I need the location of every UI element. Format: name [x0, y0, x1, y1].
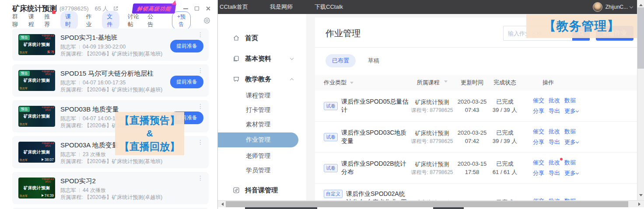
more-menu-icon[interactable]	[197, 139, 203, 146]
status: 已完成	[489, 129, 521, 137]
action-export[interactable]: 导出	[549, 138, 564, 146]
action-review[interactable]: 批改	[549, 97, 564, 104]
action-review[interactable]: 批改	[549, 128, 564, 136]
action-urge[interactable]: 催交	[533, 97, 549, 104]
maximize-icon[interactable]	[195, 7, 199, 10]
tab-homework[interactable]: 作业	[86, 13, 94, 28]
sidebar-item-home[interactable]: 首页	[233, 33, 306, 43]
lesson-card-2[interactable]: 预告 中国地质大学(武汉) 矿床统计预测 陈志军 SPOD15 马尔可夫链分析地…	[12, 64, 209, 97]
update-date: 2020-03-15	[455, 160, 489, 168]
more-menu-icon[interactable]	[197, 67, 203, 74]
sidebar-item-basic-info[interactable]: 基本资料	[233, 54, 306, 63]
video-duration: 74:39	[45, 193, 54, 198]
lesson-title[interactable]: SPOD实习1-基地班	[60, 34, 162, 42]
update-date: 2020-03-25	[455, 98, 489, 106]
lesson-thumbnail[interactable]: 预告 中国地质大学(武汉) 矿床统计预测 陈志军 实 习	[18, 34, 55, 55]
add-preview-button[interactable]: +预告	[172, 11, 191, 30]
action-export[interactable]: 导出	[549, 169, 564, 177]
sidebar-item-douyin[interactable]: 抖音课管理	[233, 185, 306, 195]
lesson-card-5[interactable]: 中国地质大学(武汉) 矿床统计预测 陈志军 74:39 SPOD实习2 陈志军4…	[12, 172, 209, 204]
action-more[interactable]: 更多	[564, 169, 580, 177]
action-review[interactable]: 批改	[549, 159, 564, 167]
header-homework-type: 作业类型	[324, 79, 346, 87]
scrollbar-thumb[interactable]	[226, 201, 628, 207]
action-urge[interactable]: 催交	[533, 159, 549, 167]
tab-draft[interactable]: 草稿	[368, 57, 379, 65]
sidebar-item-homework-mgmt[interactable]: 作业管理	[218, 132, 298, 147]
play-count: 23 次播放	[83, 151, 106, 157]
sidebar-item-teacher-mgmt[interactable]: 老师管理	[246, 152, 306, 160]
lesson-teacher: 陈志军	[60, 115, 76, 122]
thumbnail-title: 矿床统计预测	[24, 78, 50, 84]
tab-files[interactable]: 文件	[102, 11, 119, 30]
action-share[interactable]: 分享	[533, 138, 549, 146]
document-icon	[233, 55, 240, 62]
nav-cctalk-home[interactable]: CCtalk首页	[220, 3, 248, 11]
homework-name[interactable]: 课后作业SPOD03C地质变量	[341, 129, 409, 145]
gear-icon[interactable]	[203, 17, 210, 24]
video-duration: 38:07	[45, 157, 54, 162]
tab-courses[interactable]: 课程	[28, 13, 36, 28]
tab-assigned[interactable]: 已布置	[326, 54, 356, 67]
filter-icon[interactable]	[444, 80, 448, 84]
sidebar-item-course-mgmt[interactable]: 课程管理	[246, 91, 306, 100]
prepare-button[interactable]: 提前准备	[170, 76, 203, 88]
course-name: 矿床统计预测	[409, 129, 455, 137]
lesson-time: 04-09 19:30-22:00	[83, 44, 126, 50]
more-menu-icon[interactable]	[197, 103, 203, 110]
scroll-up-arrow[interactable]	[639, 2, 643, 6]
tab-forum[interactable]: 讨论帖	[128, 13, 139, 28]
nav-teacher[interactable]: 我是网师	[270, 3, 293, 11]
lesson-thumbnail[interactable]: 中国地质大学(武汉) 矿床统计预测 陈志军 74:39	[18, 178, 55, 199]
action-share[interactable]: 分享	[533, 107, 549, 115]
lesson-thumbnail[interactable]: 中国地质大学(武汉) 矿床统计预测 陈志军 38:07	[18, 142, 55, 163]
sidebar-item-teaching[interactable]: 教学教务	[233, 74, 306, 84]
chevron-down-icon	[576, 109, 579, 112]
sidebar-item-checkin-mgmt[interactable]: 打卡管理	[246, 106, 306, 115]
action-share[interactable]: 分享	[533, 169, 549, 177]
homework-row-1: 试卷 课后作业SPOD05总量估计 矿床统计预测 课程号: 87798625 2…	[315, 91, 637, 122]
scroll-right-arrow[interactable]	[638, 202, 642, 206]
avatar[interactable]	[593, 2, 602, 12]
user-menu[interactable]: ZhijunC...	[593, 2, 633, 12]
scroll-down-arrow[interactable]	[639, 194, 643, 198]
lesson-title[interactable]: SPOD实习2	[60, 177, 162, 185]
count: 39 / 39 人	[489, 106, 521, 114]
annotation-live-preview-replay: 【直播预告】 & 【直播回放】	[115, 112, 184, 155]
scroll-left-arrow[interactable]	[220, 202, 224, 206]
action-export[interactable]: 导出	[549, 107, 564, 115]
homework-name[interactable]: 课后作业SPOD05总量估计	[341, 98, 409, 114]
tab-recommend[interactable]: 推荐	[44, 13, 52, 28]
update-time: 17:58	[455, 168, 489, 176]
filter-icon[interactable]	[350, 82, 354, 86]
tab-lessons[interactable]: 课时	[60, 11, 78, 30]
sidebar-item-student-mgmt[interactable]: 学员管理	[246, 166, 306, 175]
more-menu-icon[interactable]	[197, 31, 203, 38]
lesson-title[interactable]: SPOD15 马尔可夫链分析地层柱	[60, 70, 162, 78]
unlock-premium-badge[interactable]: 解锁高级功能	[132, 3, 176, 14]
horizontal-scrollbar[interactable]	[218, 200, 644, 207]
vertical-scrollbar[interactable]	[637, 0, 644, 200]
scrollbar-thumb[interactable]	[637, 7, 644, 69]
close-icon[interactable]	[206, 6, 210, 11]
nav-download[interactable]: 下载CCtalk	[315, 3, 343, 11]
prepare-button[interactable]: 提前准备	[170, 40, 203, 52]
home-icon	[233, 35, 240, 42]
action-urge[interactable]: 催交	[533, 128, 549, 136]
tab-group-chat[interactable]: 群聊	[12, 13, 20, 28]
lesson-thumbnail[interactable]: 预告 中国地质大学(武汉) 矿床统计预测 陈志军	[18, 106, 55, 127]
action-data[interactable]: 数据	[564, 128, 580, 136]
minimize-icon[interactable]	[183, 8, 188, 9]
action-more[interactable]: 更多	[564, 107, 580, 115]
header-completion: 完成状态	[489, 79, 521, 87]
lesson-thumbnail[interactable]: 预告 中国地质大学(武汉) 矿床统计预测 陈志军	[18, 70, 55, 91]
homework-name[interactable]: 课后作业SPOD02B统计分布	[341, 160, 409, 176]
action-more[interactable]: 更多	[564, 138, 580, 146]
lesson-card-1[interactable]: 预告 中国地质大学(武汉) 矿床统计预测 陈志军 实 习 SPOD实习1-基地班…	[12, 28, 209, 61]
action-data[interactable]: 数据	[564, 159, 580, 167]
action-data[interactable]: 数据	[564, 97, 580, 104]
lesson-teacher: 陈志军	[60, 44, 76, 50]
sidebar-item-material-mgmt[interactable]: 素材管理	[246, 120, 306, 129]
tab-announcement[interactable]: 公告	[147, 13, 155, 28]
more-menu-icon[interactable]	[197, 174, 203, 181]
